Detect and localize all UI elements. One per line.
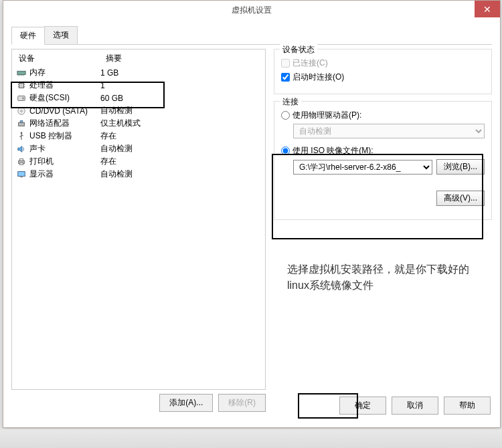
device-summary: 存在 — [100, 130, 262, 142]
device-status-label: 设备状态 — [280, 44, 317, 55]
device-name: 打印机 — [28, 156, 100, 167]
add-button[interactable]: 添加(A)... — [159, 394, 213, 412]
svg-rect-18 — [19, 158, 23, 160]
tab-options[interactable]: 选项 — [44, 26, 78, 44]
remove-button[interactable]: 移除(R) — [218, 394, 266, 412]
device-name: 处理器 — [28, 80, 100, 91]
svg-rect-1 — [18, 74, 19, 76]
device-name: 硬盘(SCSI) — [28, 92, 100, 104]
device-name: 内存 — [28, 67, 100, 78]
device-summary: 自动检测 — [100, 143, 262, 154]
cancel-button[interactable]: 取消 — [392, 397, 438, 415]
svg-rect-19 — [19, 162, 23, 164]
svg-rect-21 — [20, 176, 23, 177]
device-summary: 自动检测 — [100, 169, 262, 180]
svg-point-13 — [21, 110, 23, 112]
tabs: 硬件 选项 — [11, 26, 492, 45]
connected-checkbox — [281, 59, 290, 68]
physical-device-select: 自动检测 — [293, 124, 485, 138]
device-status-group: 设备状态 已连接(C) 启动时连接(O) — [274, 49, 492, 94]
physical-drive-label: 使用物理驱动器(P): — [292, 110, 361, 121]
iso-path-select[interactable]: G:\学习\rhel-server-6.2-x86_ — [293, 160, 432, 175]
col-summary-header: 摘要 — [106, 53, 258, 64]
device-list: 设备 摘要 内存1 GB处理器1硬盘(SCSI)60 GBCD/DVD (SAT… — [11, 49, 266, 390]
svg-rect-3 — [21, 74, 22, 76]
svg-rect-15 — [20, 120, 23, 122]
cpu-icon — [15, 81, 28, 90]
device-name: 显示器 — [28, 169, 100, 180]
device-summary: 1 — [100, 81, 262, 90]
device-name: 网络适配器 — [28, 118, 100, 129]
device-row[interactable]: 打印机存在 — [13, 155, 264, 168]
annotation-text: 选择虚拟机安装路径，就是你下载好的linux系统镜像文件 — [287, 261, 481, 294]
svg-point-11 — [22, 97, 25, 100]
vm-settings-window: 虚拟机设置 ✕ 硬件 选项 设备 摘要 内存1 GB处理器1硬盘(SCSI)60… — [3, 0, 501, 428]
use-iso-label: 使用 ISO 映像文件(M): — [292, 145, 373, 156]
cd-icon — [15, 106, 28, 116]
device-list-header: 设备 摘要 — [13, 51, 264, 66]
taskbar — [0, 429, 502, 448]
window-title: 虚拟机设置 — [232, 5, 272, 16]
svg-rect-4 — [23, 74, 24, 76]
help-button[interactable]: 帮助 — [444, 397, 491, 415]
connection-group: 连接 使用物理驱动器(P): 自动检测 使用 ISO 映像文件(M): — [274, 101, 492, 220]
advanced-button[interactable]: 高级(V)... — [436, 191, 485, 206]
device-row[interactable]: 硬盘(SCSI)60 GB — [13, 92, 264, 104]
device-row[interactable]: 网络适配器仅主机模式 — [13, 117, 264, 130]
svg-rect-20 — [18, 171, 25, 176]
usb-icon — [15, 132, 28, 141]
tab-hardware[interactable]: 硬件 — [11, 27, 45, 45]
device-summary: 1 GB — [100, 68, 262, 78]
device-name: 声卡 — [28, 143, 100, 154]
device-summary: 自动检测 — [100, 105, 262, 116]
device-summary: 存在 — [100, 156, 262, 167]
device-row[interactable]: 内存1 GB — [13, 66, 264, 79]
ok-button[interactable]: 确定 — [339, 397, 386, 415]
use-iso-radio[interactable] — [281, 146, 290, 155]
device-summary: 仅主机模式 — [100, 118, 262, 129]
sound-icon — [15, 144, 28, 154]
svg-rect-14 — [19, 122, 25, 126]
physical-drive-radio[interactable] — [281, 111, 290, 120]
device-name: CD/DVD (SATA) — [28, 106, 100, 116]
connected-label: 已连接(C) — [292, 58, 328, 69]
svg-rect-5 — [19, 83, 24, 88]
connection-label: 连接 — [280, 96, 301, 108]
printer-icon — [15, 157, 28, 166]
browse-button[interactable]: 浏览(B)... — [436, 159, 485, 175]
memory-icon — [15, 68, 28, 78]
svg-rect-2 — [19, 74, 20, 76]
network-icon — [15, 119, 28, 128]
footer-buttons: 确定 取消 帮助 — [339, 397, 491, 415]
device-row[interactable]: 声卡自动检测 — [13, 142, 264, 155]
device-row[interactable]: 显示器自动检测 — [13, 168, 264, 181]
device-row[interactable]: USB 控制器存在 — [13, 130, 264, 142]
close-button[interactable]: ✕ — [475, 1, 500, 17]
disk-icon — [15, 94, 28, 103]
col-device-header: 设备 — [19, 53, 106, 64]
connect-on-power-label: 启动时连接(O) — [292, 72, 344, 83]
svg-rect-0 — [17, 71, 25, 74]
device-summary: 60 GB — [100, 94, 262, 103]
svg-point-16 — [21, 132, 23, 134]
device-row[interactable]: CD/DVD (SATA)自动检测 — [13, 104, 264, 117]
device-name: USB 控制器 — [28, 130, 100, 142]
display-icon — [15, 170, 28, 179]
connect-on-power-checkbox[interactable] — [281, 73, 290, 82]
titlebar: 虚拟机设置 ✕ — [3, 1, 500, 19]
device-row[interactable]: 处理器1 — [13, 79, 264, 92]
close-icon: ✕ — [483, 4, 491, 15]
